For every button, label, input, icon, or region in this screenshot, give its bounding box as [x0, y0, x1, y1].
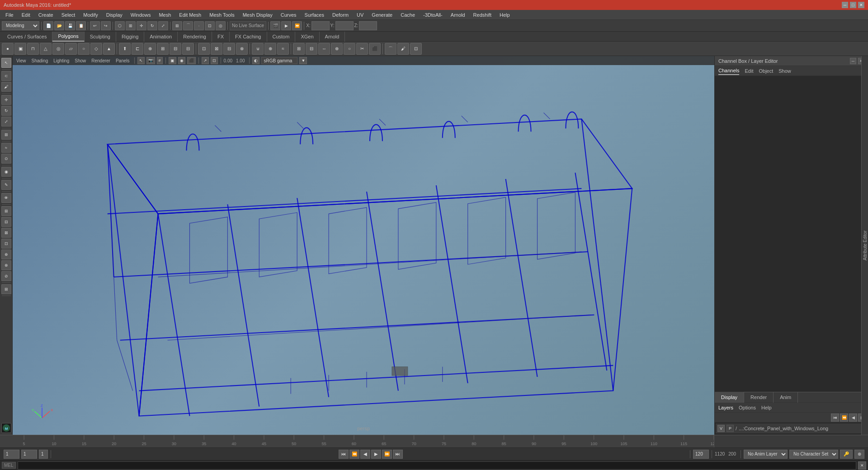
cb-tab-object[interactable]: Object	[759, 67, 773, 75]
vp-textured-btn[interactable]: ⬛	[187, 57, 196, 64]
range-start-field[interactable]	[4, 450, 19, 459]
layers-rewind-btn[interactable]: ⏮	[831, 414, 839, 422]
tab-fx-caching[interactable]: FX Caching	[230, 32, 267, 42]
tab-polygons[interactable]: Polygons	[52, 32, 84, 42]
shelf-append[interactable]: ⊕	[144, 43, 156, 55]
shelf-soft-sel[interactable]: ⊡	[410, 43, 422, 55]
playback-next-frame[interactable]: ⏩	[382, 450, 392, 459]
shelf-sculpt-geo[interactable]: ⌒	[385, 43, 396, 55]
shelf-paint-sel[interactable]: 🖌	[397, 43, 409, 55]
layers-tab-layers[interactable]: Layers	[718, 405, 733, 410]
shelf-plane[interactable]: ▱	[65, 43, 77, 55]
save-scene-btn[interactable]: 💾	[65, 21, 75, 30]
vp-camera-btn[interactable]: 📷	[146, 57, 155, 64]
display-tab-render[interactable]: Render	[744, 392, 774, 403]
menu-select[interactable]: Select	[58, 11, 79, 19]
vp-show-menu[interactable]: Show	[73, 58, 88, 64]
shelf-make-hole[interactable]: ○	[344, 43, 355, 55]
menu-mesh-display[interactable]: Mesh Display	[239, 11, 276, 19]
shelf-separate[interactable]: ⊕	[264, 43, 276, 55]
playback-prev-frame[interactable]: ◀	[360, 450, 370, 459]
select-tool[interactable]: ↖	[1, 58, 11, 68]
shelf-torus[interactable]: ◎	[52, 43, 64, 55]
menu-help[interactable]: Help	[496, 11, 514, 19]
maximize-button[interactable]: □	[850, 2, 856, 8]
shelf-smooth[interactable]: ≈	[277, 43, 289, 55]
range-1[interactable]: ⊞	[1, 206, 11, 216]
shelf-collapse[interactable]: ⊠	[211, 43, 222, 55]
title-bar-controls[interactable]: ─ □ ✕	[842, 2, 864, 8]
shelf-combine[interactable]: ⊎	[252, 43, 264, 55]
shelf-weld[interactable]: ⊟	[223, 43, 235, 55]
menu-cache[interactable]: Cache	[397, 11, 419, 19]
character-set-select[interactable]: No Character Set	[789, 450, 838, 459]
new-scene-btn[interactable]: 📄	[43, 21, 53, 30]
cb-tab-show[interactable]: Show	[778, 67, 791, 75]
display-tab-anim[interactable]: Anim	[774, 392, 798, 403]
tab-sculpting[interactable]: Sculpting	[85, 32, 116, 42]
minimize-button[interactable]: ─	[842, 2, 848, 8]
vp-lighting-menu[interactable]: Lighting	[52, 58, 71, 64]
ipr-btn[interactable]: ▶	[281, 21, 291, 30]
layer-type-toggle[interactable]: P	[726, 425, 734, 432]
vp-renderer-menu[interactable]: Renderer	[90, 58, 112, 64]
annotation-tool[interactable]: ✎	[1, 180, 11, 190]
shelf-bridge[interactable]: ⊏	[132, 43, 143, 55]
vp-toggle-btn[interactable]: ⊡	[211, 57, 218, 64]
timeline[interactable]	[0, 435, 868, 447]
layer-vis-toggle[interactable]: V	[717, 425, 725, 432]
tab-xgen[interactable]: XGen	[295, 32, 319, 42]
menu-edit-mesh[interactable]: Edit Mesh	[175, 11, 205, 19]
playback-goto-start[interactable]: ⏮	[339, 450, 349, 459]
menu-create[interactable]: Create	[35, 11, 57, 19]
layers-step-back-btn[interactable]: ◀	[849, 414, 857, 422]
range-3[interactable]: ⊠	[1, 228, 11, 238]
cb-tab-channels[interactable]: Channels	[718, 67, 739, 75]
tab-fx[interactable]: FX	[212, 32, 230, 42]
vp-grid-btn[interactable]: #	[157, 57, 163, 64]
playback-step-back[interactable]: ⏪	[349, 450, 359, 459]
layers-prev-btn[interactable]: ⏪	[840, 414, 848, 422]
shelf-bevel[interactable]: ⊡	[198, 43, 210, 55]
scale-tool[interactable]: ⤢	[1, 117, 11, 127]
tab-curves-surfaces[interactable]: Curves / Surfaces	[2, 32, 52, 42]
range-7[interactable]: ⊘	[1, 271, 11, 281]
timeline-ruler[interactable]	[0, 435, 714, 448]
snap-live-btn[interactable]: ◎	[216, 21, 226, 30]
anim-layer-select[interactable]: No Anim Layer	[744, 450, 788, 459]
shelf-pyramid[interactable]: ▲	[103, 43, 115, 55]
open-scene-btn[interactable]: 📂	[54, 21, 64, 30]
tab-animation[interactable]: Animation	[144, 32, 178, 42]
show-hide-tool[interactable]: 👁	[1, 193, 11, 203]
mel-label[interactable]: MEL	[2, 462, 16, 469]
mel-input[interactable]	[18, 461, 856, 470]
paint-sel-tool[interactable]: 🖌	[1, 82, 11, 92]
rp-minimize-btn[interactable]: ─	[850, 58, 856, 64]
render-btn[interactable]: 🎬	[270, 21, 280, 30]
rotate-btn[interactable]: ↻	[147, 21, 157, 30]
shelf-chamfer[interactable]: ⊗	[236, 43, 248, 55]
snap-grid-btn[interactable]: ⊞	[172, 21, 182, 30]
tab-rigging[interactable]: Rigging	[116, 32, 144, 42]
viewport[interactable]: View Shading Lighting Show Renderer Pane…	[13, 56, 714, 435]
rotate-tool[interactable]: ↻	[1, 106, 11, 116]
current-frame-field[interactable]	[21, 450, 37, 459]
vp-shading-menu[interactable]: Shading	[30, 58, 50, 64]
playback-play-fwd[interactable]: ▶	[371, 450, 381, 459]
shelf-cone[interactable]: △	[40, 43, 52, 55]
tab-custom[interactable]: Custom	[267, 32, 296, 42]
shelf-insert-loop[interactable]: ⊞	[293, 43, 305, 55]
render-seq-btn[interactable]: ⏩	[292, 21, 302, 30]
grid-tool[interactable]: ⊞	[1, 284, 11, 294]
range-5[interactable]: ⊕	[1, 249, 11, 259]
menu-curves[interactable]: Curves	[277, 11, 300, 19]
cb-tab-edit[interactable]: Edit	[745, 67, 753, 75]
soft-mod-tool[interactable]: ≈	[1, 143, 11, 153]
attr-editor-tab[interactable]: Attribute Editor	[862, 227, 868, 264]
shelf-cylinder[interactable]: ⊓	[27, 43, 39, 55]
lasso-btn[interactable]: ⊞	[126, 21, 136, 30]
vp-shaded-btn[interactable]: ◉	[178, 57, 185, 64]
y-input[interactable]	[335, 21, 354, 30]
menu-deform[interactable]: Deform	[329, 11, 352, 19]
menu-edit[interactable]: Edit	[18, 11, 34, 19]
